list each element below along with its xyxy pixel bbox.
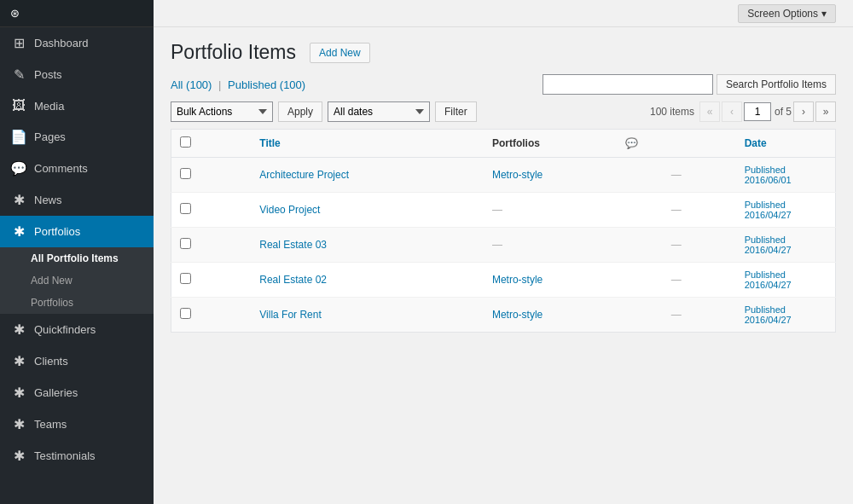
row-date-cell: Published 2016/04/27 xyxy=(736,193,836,228)
row-date-cell: Published 2016/04/27 xyxy=(736,298,836,333)
row-title-cell: Villa For Rent xyxy=(251,298,484,333)
apply-button[interactable]: Apply xyxy=(278,101,322,122)
portfolio-items-table: Title Portfolios 💬 Date Architecture Pro… xyxy=(171,129,836,333)
sidebar-subitem-all-portfolio-items[interactable]: All Portfolio Items xyxy=(0,247,154,269)
add-new-button[interactable]: Add New xyxy=(310,43,370,63)
col-title-link[interactable]: Title xyxy=(259,137,280,149)
row-checkbox[interactable] xyxy=(180,203,191,214)
page-of-label: of 5 xyxy=(775,106,792,118)
item-title-link[interactable]: Video Project xyxy=(259,204,320,216)
sidebar-subitem-add-new[interactable]: Add New xyxy=(0,269,154,292)
pagination: « ‹ of 5 › » xyxy=(699,101,836,122)
filter-button[interactable]: Filter xyxy=(435,101,477,122)
sidebar-item-label: Testimonials xyxy=(34,449,96,462)
filter-all-link[interactable]: All (100) xyxy=(171,78,215,91)
all-dates-select[interactable]: All dates xyxy=(328,101,430,122)
sidebar-item-label: Galleries xyxy=(34,386,78,399)
pag-prev-button[interactable]: ‹ xyxy=(722,101,742,122)
teams-icon: ✱ xyxy=(10,416,27,432)
comments-icon: 💬 xyxy=(10,160,27,177)
sidebar-item-label: Teams xyxy=(34,418,67,431)
items-count: 100 items xyxy=(650,106,694,118)
comments-value: — xyxy=(671,274,682,286)
pub-date-value: 2016/04/27 xyxy=(745,280,827,290)
select-all-checkbox[interactable] xyxy=(180,136,191,148)
comments-value: — xyxy=(671,169,682,181)
clients-icon: ✱ xyxy=(10,353,27,369)
page-number-input[interactable] xyxy=(744,102,771,121)
comments-value: — xyxy=(671,204,682,216)
sidebar-item-portfolios[interactable]: ✱ Portfolios xyxy=(0,216,154,247)
sidebar-item-dashboard[interactable]: ⊞ Dashboard xyxy=(0,27,154,59)
sidebar-item-pages[interactable]: 📄 Pages xyxy=(0,121,154,153)
sidebar-item-label: Portfolios xyxy=(34,225,80,238)
pub-date: Published 2016/04/27 xyxy=(745,200,827,220)
sub-item-label: Portfolios xyxy=(31,297,73,309)
sidebar-item-quickfinders[interactable]: ✱ Quickfinders xyxy=(0,314,154,345)
row-checkbox-cell xyxy=(171,228,252,263)
bulk-actions-select[interactable]: Bulk Actions xyxy=(171,101,273,122)
col-header-title: Title xyxy=(251,130,484,158)
comments-value: — xyxy=(671,239,682,251)
row-comments-cell: — xyxy=(617,158,736,193)
search-button[interactable]: Search Portfolio Items xyxy=(717,74,836,95)
sidebar-item-posts[interactable]: ✎ Posts xyxy=(0,59,154,90)
sidebar-subitem-portfolios[interactable]: Portfolios xyxy=(0,292,154,314)
row-checkbox[interactable] xyxy=(180,308,191,319)
screen-options-arrow: ▾ xyxy=(821,8,827,20)
sub-item-label: Add New xyxy=(31,275,73,287)
sidebar-item-news[interactable]: ✱ News xyxy=(0,184,154,216)
sidebar: ⊛ ⊞ Dashboard ✎ Posts 🖼 Media 📄 Pages 💬 … xyxy=(0,0,154,504)
item-title-link[interactable]: Architecture Project xyxy=(259,169,349,181)
row-checkbox[interactable] xyxy=(180,168,191,179)
page-title: Portfolio Items xyxy=(171,41,296,64)
sidebar-item-label: Comments xyxy=(34,162,88,175)
item-title-link[interactable]: Real Estate 02 xyxy=(259,274,327,286)
pub-date-value: 2016/04/27 xyxy=(745,245,827,255)
sidebar-item-clients[interactable]: ✱ Clients xyxy=(0,345,154,377)
search-input[interactable] xyxy=(543,74,713,95)
content-area: Portfolio Items Add New All (100) | Publ… xyxy=(154,27,853,504)
screen-options-button[interactable]: Screen Options ▾ xyxy=(738,4,836,23)
search-row: All (100) | Published (100) Search Portf… xyxy=(171,74,836,95)
portfolios-icon: ✱ xyxy=(10,223,27,240)
row-date-cell: Published 2016/04/27 xyxy=(736,263,836,298)
media-icon: 🖼 xyxy=(10,98,27,113)
row-date-cell: Published 2016/06/01 xyxy=(736,158,836,193)
item-title-link[interactable]: Real Estate 03 xyxy=(259,239,327,251)
pag-first-button[interactable]: « xyxy=(699,101,720,122)
toolbar-right: 100 items « ‹ of 5 › » xyxy=(650,101,836,122)
sidebar-item-comments[interactable]: 💬 Comments xyxy=(0,153,154,184)
row-portfolio-cell: Metro-style xyxy=(484,158,617,193)
row-title-cell: Architecture Project xyxy=(251,158,484,193)
portfolio-link[interactable]: Metro-style xyxy=(492,169,543,181)
table-body: Architecture Project Metro-style — Publi… xyxy=(171,158,836,333)
portfolio-value: — xyxy=(492,239,502,251)
sidebar-item-label: Clients xyxy=(34,355,68,368)
pag-last-button[interactable]: » xyxy=(815,101,836,122)
row-checkbox-cell xyxy=(171,263,252,298)
comments-value: — xyxy=(671,309,682,321)
pub-date-value: 2016/06/01 xyxy=(745,175,827,185)
portfolio-link[interactable]: Metro-style xyxy=(492,309,543,321)
portfolio-link[interactable]: Metro-style xyxy=(492,274,543,286)
pages-icon: 📄 xyxy=(10,129,27,145)
row-checkbox[interactable] xyxy=(180,273,191,284)
pub-date: Published 2016/04/27 xyxy=(745,235,827,255)
filter-published-link[interactable]: Published (100) xyxy=(228,78,305,91)
sidebar-item-testimonials[interactable]: ✱ Testimonials xyxy=(0,440,154,472)
pub-date: Published 2016/04/27 xyxy=(745,304,827,325)
sidebar-item-label: News xyxy=(34,194,62,206)
col-header-date: Date xyxy=(736,130,836,158)
sidebar-item-teams[interactable]: ✱ Teams xyxy=(0,408,154,440)
pag-next-button[interactable]: › xyxy=(793,101,814,122)
sidebar-item-galleries[interactable]: ✱ Galleries xyxy=(0,377,154,408)
col-header-comments: 💬 xyxy=(617,130,736,158)
row-comments-cell: — xyxy=(617,228,736,263)
filter-separator: | xyxy=(218,78,221,91)
item-title-link[interactable]: Villa For Rent xyxy=(259,309,321,321)
table-header-row: Title Portfolios 💬 Date xyxy=(171,130,836,158)
row-checkbox[interactable] xyxy=(180,238,191,249)
sidebar-item-media[interactable]: 🖼 Media xyxy=(0,90,154,121)
row-portfolio-cell: — xyxy=(484,193,617,228)
